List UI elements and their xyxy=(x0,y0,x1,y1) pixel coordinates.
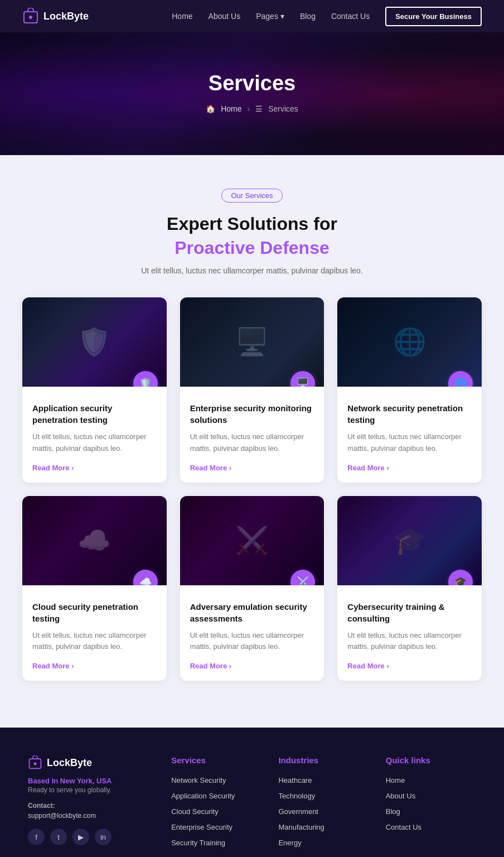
nav-pages[interactable]: Pages ▾ xyxy=(256,12,284,21)
footer-link-0-4[interactable]: Security Training xyxy=(171,839,225,847)
breadcrumb-icon: ☰ xyxy=(255,104,263,113)
nav-links: Home About Us Pages ▾ Blog Contact Us Se… xyxy=(172,7,482,26)
logo-icon xyxy=(22,8,39,25)
card-desc-1: Ut elit tellus, luctus nec ullamcorper m… xyxy=(32,431,157,455)
footer-contact-email: support@lockbyte.com xyxy=(28,812,154,820)
card-read-more-4[interactable]: Read More xyxy=(32,662,74,670)
footer-col-title-3: Quick links xyxy=(386,755,476,765)
section-heading-line1: Expert Solutions for xyxy=(22,214,482,234)
nav-blog[interactable]: Blog xyxy=(300,12,316,21)
breadcrumb-current: Services xyxy=(268,104,298,113)
hero-title: Services xyxy=(22,71,482,95)
card-title-1: Application security penetration testing xyxy=(32,402,157,426)
footer-link-2-1[interactable]: About Us xyxy=(386,792,415,800)
card-title-2: Enterprise security monitoring solutions xyxy=(190,402,314,426)
card-body-6: Cybersecurity training & consulting Ut e… xyxy=(337,585,482,681)
breadcrumb: 🏠 Home › ☰ Services xyxy=(22,104,482,113)
footer-link-0-1[interactable]: Application Security xyxy=(171,792,235,800)
footer-grid: LockByte Based In New York, USA Ready to… xyxy=(28,755,476,853)
footer-logo: LockByte xyxy=(28,755,154,770)
logo[interactable]: LockByte xyxy=(22,8,89,25)
card-body-5: Adversary emulation security assessments… xyxy=(180,585,324,681)
footer-col-2: IndustriesHeathcareTechnologyGovernmentM… xyxy=(278,755,369,853)
footer-contact-label: Contact: xyxy=(28,802,154,810)
footer-link-0-3[interactable]: Enterprise Security xyxy=(171,823,232,831)
social-twitter[interactable]: t xyxy=(50,829,67,845)
card-image-5: ⚔️ ⚔️ xyxy=(180,496,324,585)
card-title-6: Cybersecurity training & consulting xyxy=(347,601,472,624)
section-subtext: Ut elit tellus, luctus nec ullamcorper m… xyxy=(22,266,482,275)
footer-link-2-2[interactable]: Blog xyxy=(386,807,400,816)
social-linkedin[interactable]: in xyxy=(95,829,112,845)
card-body-4: Cloud security penetration testing Ut el… xyxy=(22,585,167,681)
footer-col-1: ServicesNetwork SecurityApplication Secu… xyxy=(171,755,261,853)
breadcrumb-separator: › xyxy=(248,104,250,113)
nav-about[interactable]: About Us xyxy=(209,12,241,21)
card-image-4: ☁️ ☁️ xyxy=(22,496,167,585)
footer-link-2-0[interactable]: Home xyxy=(386,776,405,784)
logo-text: LockByte xyxy=(43,11,89,22)
footer-link-0-2[interactable]: Cloud Security xyxy=(171,807,219,816)
svg-point-1 xyxy=(29,16,32,19)
service-card-2: 🖥️ 🖥️ Enterprise security monitoring sol… xyxy=(180,297,324,483)
service-card-1: 🛡️ 🛡️ Application security penetration t… xyxy=(22,297,167,483)
card-title-3: Network security penetration testing xyxy=(347,402,472,426)
footer-link-2-3[interactable]: Contact Us xyxy=(386,823,421,831)
card-image-2: 🖥️ 🖥️ xyxy=(180,297,324,387)
card-body-2: Enterprise security monitoring solutions… xyxy=(180,387,324,483)
footer-link-0-0[interactable]: Network Security xyxy=(171,776,226,784)
breadcrumb-home-icon: 🏠 xyxy=(206,104,215,113)
footer-link-1-3[interactable]: Manufacturing xyxy=(278,823,324,831)
card-image-3: 🌐 🌐 xyxy=(337,297,482,387)
nav-home[interactable]: Home xyxy=(172,12,192,21)
card-title-4: Cloud security penetration testing xyxy=(32,601,157,624)
svg-point-3 xyxy=(33,762,36,765)
card-desc-3: Ut elit tellus, luctus nec ullamcorper m… xyxy=(347,431,472,455)
footer-link-1-2[interactable]: Government xyxy=(278,807,318,816)
card-image-1: 🛡️ 🛡️ xyxy=(22,297,167,387)
footer-link-1-0[interactable]: Heathcare xyxy=(278,776,312,784)
card-image-6: 🎓 🎓 xyxy=(337,496,482,585)
card-desc-6: Ut elit tellus, luctus nec ullamcorper m… xyxy=(347,630,472,653)
footer: LockByte Based In New York, USA Ready to… xyxy=(0,728,504,857)
footer-tagline2: Ready to serve you globally. xyxy=(28,786,154,794)
footer-brand-col: LockByte Based In New York, USA Ready to… xyxy=(28,755,154,853)
nav-contact[interactable]: Contact Us xyxy=(331,12,370,21)
footer-col-title-2: Industries xyxy=(278,755,369,765)
footer-col-3: Quick linksHomeAbout UsBlogContact Us xyxy=(386,755,476,853)
card-desc-5: Ut elit tellus, luctus nec ullamcorper m… xyxy=(190,630,314,653)
service-card-4: ☁️ ☁️ Cloud security penetration testing… xyxy=(22,496,167,681)
social-youtube[interactable]: ▶ xyxy=(72,829,89,845)
card-read-more-5[interactable]: Read More xyxy=(190,662,231,670)
section-badge: Our Services xyxy=(221,189,282,203)
service-card-6: 🎓 🎓 Cybersecurity training & consulting … xyxy=(337,496,482,681)
card-title-5: Adversary emulation security assessments xyxy=(190,601,314,624)
chevron-down-icon: ▾ xyxy=(280,12,284,21)
hero-section: Services 🏠 Home › ☰ Services xyxy=(0,32,504,155)
card-read-more-1[interactable]: Read More xyxy=(32,464,74,472)
footer-col-title-1: Services xyxy=(171,755,261,765)
card-read-more-2[interactable]: Read More xyxy=(190,464,231,472)
card-body-3: Network security penetration testing Ut … xyxy=(337,387,482,483)
service-card-5: ⚔️ ⚔️ Adversary emulation security asses… xyxy=(180,496,324,681)
card-read-more-3[interactable]: Read More xyxy=(347,464,389,472)
footer-link-1-4[interactable]: Energy xyxy=(278,839,301,847)
service-card-3: 🌐 🌐 Network security penetration testing… xyxy=(337,297,482,483)
card-read-more-6[interactable]: Read More xyxy=(347,662,389,670)
card-desc-4: Ut elit tellus, luctus nec ullamcorper m… xyxy=(32,630,157,653)
footer-link-1-1[interactable]: Technology xyxy=(278,792,315,800)
section-badge-wrap: Our Services xyxy=(22,189,482,203)
nav-cta-button[interactable]: Secure Your Business xyxy=(385,7,482,26)
footer-brand-name: LockByte xyxy=(47,757,92,769)
footer-tagline1: Based In New York, USA xyxy=(28,777,154,785)
card-desc-2: Ut elit tellus, luctus nec ullamcorper m… xyxy=(190,431,314,455)
social-facebook[interactable]: f xyxy=(28,829,45,845)
section-heading-line2: Proactive Defense xyxy=(22,238,482,258)
services-section: Our Services Expert Solutions for Proact… xyxy=(0,155,504,728)
breadcrumb-home-link[interactable]: Home xyxy=(221,104,241,113)
footer-logo-icon xyxy=(28,755,42,770)
navbar: LockByte Home About Us Pages ▾ Blog Cont… xyxy=(0,0,504,32)
social-icons: f t ▶ in xyxy=(28,829,154,845)
card-body-1: Application security penetration testing… xyxy=(22,387,167,483)
services-cards-grid: 🛡️ 🛡️ Application security penetration t… xyxy=(22,297,482,681)
